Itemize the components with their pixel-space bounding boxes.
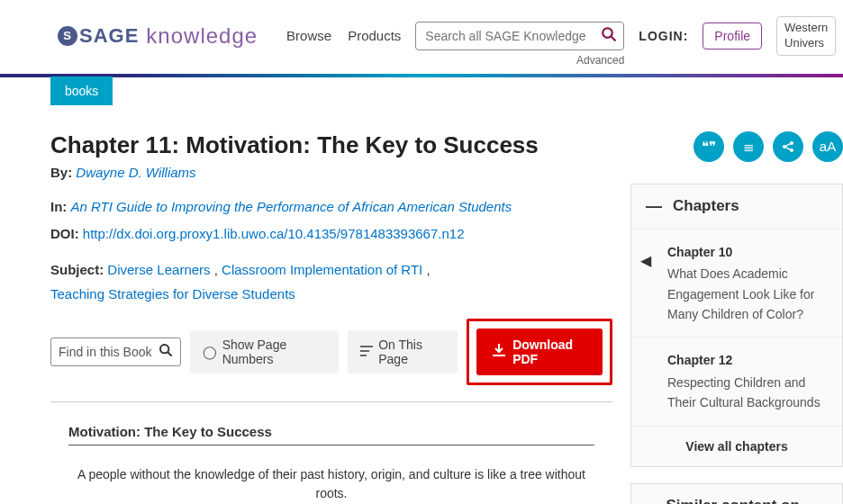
nav-browse[interactable]: Browse xyxy=(286,28,331,43)
by-label: By: xyxy=(50,165,72,180)
content-type-tag[interactable]: books xyxy=(50,76,113,105)
svg-rect-5 xyxy=(360,350,369,352)
svg-point-0 xyxy=(603,28,613,38)
university-badge[interactable]: Western Univers xyxy=(776,16,836,56)
in-row: In: An RTI Guide to Improving the Perfor… xyxy=(50,196,612,218)
nav-products[interactable]: Products xyxy=(348,28,401,43)
show-page-numbers-button[interactable]: ◯ Show Page Numbers xyxy=(190,330,340,374)
svg-rect-4 xyxy=(360,346,373,347)
login-label: LOGIN: xyxy=(639,29,688,43)
doi-row: DOI: http://dx.doi.org.proxy1.lib.uwo.ca… xyxy=(50,223,612,245)
prev-chapter-label: Chapter 10 xyxy=(667,242,828,262)
similar-panel: + Similar content on SAGE xyxy=(630,483,843,504)
university-line2: Univers xyxy=(784,36,828,51)
list-icon xyxy=(360,345,373,359)
prev-chapter-title: What Does Academic Engagement Look Like … xyxy=(667,264,828,324)
chapters-title: Chapters xyxy=(673,197,739,215)
top-bar: SSAGE knowledge Browse Products Advanced… xyxy=(0,0,843,63)
show-pages-label: Show Page Numbers xyxy=(222,338,327,366)
logo-brand: SSAGE xyxy=(58,24,139,48)
on-this-page-button[interactable]: On This Page xyxy=(348,330,458,374)
logo[interactable]: SSAGE knowledge xyxy=(58,23,258,49)
toggle-icon: ◯ xyxy=(203,345,217,359)
epigraph-quote: A people without the knowledge of their … xyxy=(68,465,594,503)
main-content: books Chapter 11: Motivation: The Key to… xyxy=(50,77,612,504)
svg-point-2 xyxy=(160,345,168,353)
chapters-panel: — Chapters ◀ Chapter 10 What Does Academ… xyxy=(630,184,843,467)
find-search-icon xyxy=(159,343,173,360)
svg-rect-6 xyxy=(360,355,367,356)
subject-label: Subject: xyxy=(50,262,104,277)
similar-header[interactable]: + Similar content on SAGE xyxy=(631,484,842,504)
advanced-link[interactable]: Advanced xyxy=(576,54,624,67)
in-label: In: xyxy=(50,199,67,214)
chapters-header[interactable]: — Chapters xyxy=(631,184,842,230)
page-title: Chapter 11: Motivation: The Key to Succe… xyxy=(50,131,612,159)
on-page-label: On This Page xyxy=(378,338,445,366)
search-icon[interactable] xyxy=(601,26,617,47)
search-input[interactable] xyxy=(415,22,624,50)
profile-button[interactable]: Profile xyxy=(702,22,762,50)
cite-button[interactable]: ❝❞ xyxy=(693,131,724,162)
download-highlight-box: Download PDF xyxy=(467,319,612,385)
svg-line-3 xyxy=(168,352,172,356)
article-heading: Motivation: The Key to Success xyxy=(68,424,594,446)
subject-link-c[interactable]: Teaching Strategies for Diverse Students xyxy=(50,286,295,302)
find-in-book-input[interactable]: Find in this Book xyxy=(50,338,181,366)
find-placeholder: Find in this Book xyxy=(59,345,152,359)
logo-product: knowledge xyxy=(146,23,258,49)
doi-link[interactable]: http://dx.doi.org.proxy1.lib.uwo.ca/10.4… xyxy=(83,226,465,241)
next-chapter-label: Chapter 12 xyxy=(667,350,828,370)
tools-row: Find in this Book ◯ Show Page Numbers On… xyxy=(50,319,612,402)
prev-arrow-icon: ◀ xyxy=(640,249,651,273)
subject-row: Subject: Diverse Learners , Classroom Im… xyxy=(50,257,612,306)
add-list-button[interactable]: ≣ xyxy=(733,131,764,162)
in-title-link[interactable]: An RTI Guide to Improving the Performanc… xyxy=(71,199,512,214)
university-line1: Western xyxy=(784,21,828,36)
share-button[interactable] xyxy=(773,131,803,162)
doi-label: DOI: xyxy=(50,226,79,241)
subject-link-b[interactable]: Classroom Implementation of RTI xyxy=(222,262,422,277)
svg-line-1 xyxy=(612,36,616,40)
search-wrap: Advanced xyxy=(415,22,624,50)
download-icon xyxy=(493,344,505,359)
download-pdf-button[interactable]: Download PDF xyxy=(476,328,603,375)
subject-link-a[interactable]: Diverse Learners xyxy=(107,262,210,277)
prev-chapter[interactable]: ◀ Chapter 10 What Does Academic Engageme… xyxy=(631,230,842,338)
logo-mark-icon: S xyxy=(58,26,77,46)
collapse-icon: — xyxy=(646,197,662,216)
view-all-chapters[interactable]: View all chapters xyxy=(631,427,842,466)
article-body: Motivation: The Key to Success A people … xyxy=(50,402,612,504)
next-chapter-title: Respecting Children and Their Cultural B… xyxy=(667,373,828,413)
svg-rect-7 xyxy=(493,355,505,356)
byline: By: Dwayne D. Williams xyxy=(50,165,612,180)
action-circles: ❝❞ ≣ aA xyxy=(630,131,843,162)
author-link[interactable]: Dwayne D. Williams xyxy=(76,165,195,180)
font-size-button[interactable]: aA xyxy=(812,131,843,162)
next-chapter[interactable]: Chapter 12 Respecting Children and Their… xyxy=(631,338,842,426)
download-label: Download PDF xyxy=(512,338,586,366)
top-nav: Browse Products xyxy=(286,28,401,43)
similar-title: Similar content on SAGE xyxy=(666,497,828,504)
sidebar: ❝❞ ≣ aA — Chapters ◀ Chapter 10 What Doe… xyxy=(630,77,843,504)
